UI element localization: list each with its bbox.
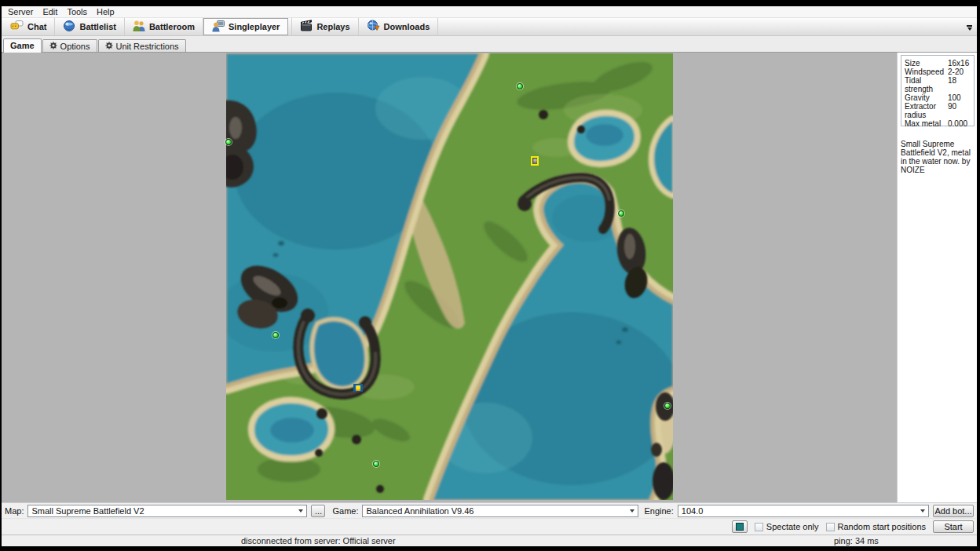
start-button[interactable]: Start	[933, 520, 974, 533]
status-bar: disconnected from server: Official serve…	[2, 535, 977, 546]
users-icon	[133, 20, 145, 34]
stat-row: Gravity100	[905, 93, 971, 102]
stat-value: 16x16	[948, 59, 971, 68]
tab-replays-label: Replays	[316, 22, 349, 31]
stat-value: 90	[948, 102, 971, 119]
menu-help[interactable]: Help	[92, 6, 119, 17]
map-preview[interactable]	[226, 53, 673, 500]
tab-singleplayer[interactable]: Singleplayer	[203, 18, 288, 35]
user-computer-icon	[212, 20, 225, 34]
unit-start-marker[interactable]	[531, 156, 539, 166]
menu-edit[interactable]: Edit	[38, 6, 62, 17]
game-label: Game:	[332, 506, 358, 516]
stat-row: Windspeed2-20	[905, 68, 971, 76]
tab-replays[interactable]: Replays	[292, 18, 358, 35]
chevron-down-icon	[295, 509, 306, 513]
subtab-unit-restrictions[interactable]: Unit Restrictions	[98, 39, 186, 52]
map-markers-layer	[226, 53, 673, 500]
main-toolbar: Chat Battlelist Battleroom Singleplayer …	[2, 17, 977, 36]
browse-map-button[interactable]: ...	[311, 505, 325, 517]
spectate-only-label: Spectate only	[766, 522, 819, 531]
engine-select[interactable]: 104.0	[678, 505, 929, 517]
tab-downloads-label: Downloads	[384, 22, 430, 31]
stat-row: Size16x16	[905, 59, 971, 68]
map-stats-box: Size16x16 Windspeed2-20 Tidal strength18…	[901, 55, 975, 126]
tab-battleroom[interactable]: Battleroom	[125, 18, 203, 35]
toolbar-overflow-button[interactable]	[966, 25, 973, 31]
stat-label: Tidal strength	[905, 76, 948, 93]
start-position-dot[interactable]	[664, 403, 671, 409]
globe-icon	[63, 20, 75, 34]
subtab-options[interactable]: Options	[42, 39, 97, 52]
stat-row: Extractor radius90	[905, 102, 971, 119]
tab-downloads[interactable]: Downloads	[359, 18, 439, 35]
battle-setup-row: Map: Small Supreme Battlefield V2 ... Ga…	[2, 502, 977, 518]
spectate-only-checkbox[interactable]: Spectate only	[755, 522, 819, 531]
map-select-value: Small Supreme Battlefield V2	[28, 506, 295, 516]
map-info-panel: Size16x16 Windspeed2-20 Tidal strength18…	[897, 53, 977, 502]
stat-value: 18	[948, 76, 971, 93]
stat-label: Extractor radius	[905, 102, 948, 119]
stat-label: Windspeed	[905, 68, 948, 76]
chevron-down-icon	[917, 509, 928, 513]
subtab-game-label: Game	[10, 41, 35, 50]
clapperboard-icon	[300, 20, 313, 34]
status-message: disconnected from server: Official serve…	[241, 536, 396, 546]
engine-select-value: 104.0	[678, 506, 917, 516]
stat-label: Gravity	[905, 93, 948, 102]
tab-singleplayer-label: Singleplayer	[229, 22, 280, 31]
ping-indicator: ping: 34 ms	[834, 536, 879, 546]
game-select-value: Balanced Annihilation V9.46	[363, 506, 627, 516]
tab-battleroom-label: Battleroom	[149, 22, 195, 31]
map-select[interactable]: Small Supreme Battlefield V2	[27, 505, 307, 517]
chat-icon	[10, 20, 24, 34]
start-position-dot[interactable]	[225, 139, 232, 145]
subtab-unit-restrictions-label: Unit Restrictions	[116, 42, 179, 51]
stat-label: Max metal	[905, 119, 948, 128]
unit-start-marker[interactable]	[353, 384, 363, 392]
tab-chat-label: Chat	[27, 22, 46, 31]
random-start-positions-label: Random start positions	[838, 522, 927, 531]
add-bot-button[interactable]: Add bot...	[933, 505, 974, 517]
subtab-bar: Game Options Unit Restrictions	[2, 36, 977, 53]
gear-icon	[105, 42, 113, 51]
lobby-window: Server Edit Tools Help Chat Battlelist B…	[2, 6, 977, 546]
map-description: Small Supreme Battlefield V2, metal in t…	[901, 140, 975, 174]
start-position-dot[interactable]	[373, 461, 379, 467]
start-position-dot[interactable]	[517, 83, 523, 89]
stat-row: Max metal0.000	[905, 119, 971, 128]
stat-value: 100	[948, 93, 971, 102]
game-select[interactable]: Balanced Annihilation V9.46	[362, 505, 638, 517]
stat-value: 2-20	[948, 68, 971, 76]
menu-server[interactable]: Server	[3, 6, 38, 17]
checkbox-box	[755, 523, 763, 531]
start-position-dot[interactable]	[272, 332, 279, 338]
player-options-row: Spectate only Random start positions Sta…	[2, 518, 977, 535]
tab-battlelist-label: Battlelist	[79, 22, 115, 31]
map-label: Map:	[5, 506, 24, 516]
gear-icon	[49, 42, 57, 51]
stat-label: Size	[905, 59, 948, 68]
globe-download-icon	[367, 20, 380, 34]
menu-tools[interactable]: Tools	[62, 6, 92, 17]
map-canvas-area	[2, 53, 897, 502]
start-position-dot[interactable]	[618, 210, 624, 217]
chevron-down-icon	[627, 509, 638, 513]
tab-chat[interactable]: Chat	[2, 18, 55, 35]
menu-bar: Server Edit Tools Help	[2, 6, 977, 17]
tab-battlelist[interactable]: Battlelist	[55, 18, 124, 35]
subtab-options-label: Options	[60, 42, 90, 51]
engine-label: Engine:	[644, 506, 673, 516]
stat-value: 0.000	[948, 119, 971, 128]
random-start-positions-checkbox[interactable]: Random start positions	[826, 522, 927, 531]
team-color-swatch	[736, 523, 744, 531]
checkbox-box	[826, 523, 835, 531]
stat-row: Tidal strength18	[905, 76, 971, 93]
subtab-game[interactable]: Game	[3, 38, 42, 52]
team-color-button[interactable]	[732, 520, 748, 533]
